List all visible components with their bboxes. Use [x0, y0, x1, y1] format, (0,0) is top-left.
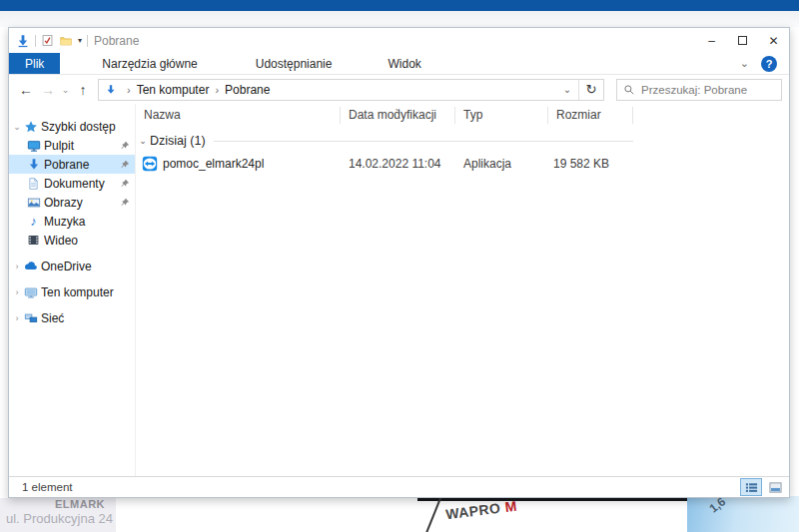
this-pc-icon — [23, 285, 38, 299]
sidebar-item-label: Muzyka — [44, 215, 135, 229]
refresh-icon[interactable]: ↻ — [578, 80, 603, 100]
pin-icon — [117, 160, 133, 170]
maximize-icon — [738, 36, 747, 45]
sidebar-item-label: Wideo — [44, 234, 135, 248]
sidebar-item-pobrane[interactable]: Pobrane — [9, 155, 135, 174]
background-watermark-text: 1,6 — [706, 496, 728, 516]
window-title: Pobrane — [94, 34, 139, 48]
ribbon-tab-bar: Plik Narzędzia główne Udostępnianie Wido… — [9, 53, 789, 75]
sidebar-spacer — [9, 250, 135, 257]
details-view-icon — [744, 481, 759, 494]
chevron-right-icon[interactable]: › — [11, 262, 23, 271]
status-bar: 1 element — [9, 476, 789, 497]
background-strip — [0, 11, 799, 27]
background-wapro-text: WAPRO M — [444, 498, 517, 523]
breadcrumb-ten-komputer[interactable]: Ten komputer — [137, 83, 210, 97]
column-header-rozmiar[interactable]: Rozmiar — [548, 107, 633, 124]
tab-udostepnianie[interactable]: Udostępnianie — [240, 53, 349, 74]
chevron-down-icon[interactable]: ⌄ — [11, 122, 23, 132]
address-bar[interactable]: › Ten komputer › Pobrane ⌄ ↻ — [98, 79, 604, 101]
sidebar-item-label: Dokumenty — [44, 177, 117, 191]
column-header-label: Data modyfikacji — [349, 108, 436, 122]
tab-plik[interactable]: Plik — [9, 53, 60, 74]
forward-button[interactable]: → — [37, 82, 59, 98]
up-button[interactable]: ↑ — [72, 82, 94, 98]
sidebar-section-quick-access[interactable]: ⌄ Szybki dostęp — [9, 117, 135, 136]
group-header-dzisiaj[interactable]: ⌄ Dzisiaj (1) — [136, 132, 633, 150]
tab-widok[interactable]: Widok — [372, 53, 436, 74]
help-icon[interactable]: ? — [761, 56, 777, 72]
file-name-cell[interactable]: pomoc_elmark24pl — [136, 156, 341, 172]
documents-icon — [26, 177, 41, 191]
main-area: ⌄ Szybki dostęp Pulpit Pobrane — [9, 104, 789, 476]
column-header-data-modyfikacji[interactable]: ⌄Data modyfikacji — [341, 107, 455, 124]
breadcrumb-separator: › — [209, 84, 225, 96]
music-icon: ♪ — [26, 215, 41, 228]
location-downloads-icon — [105, 84, 117, 96]
ribbon-collapse-icon[interactable]: ⌄ — [740, 57, 749, 70]
search-icon — [623, 84, 635, 96]
sidebar-spacer — [9, 275, 135, 282]
column-header-typ[interactable]: Typ — [455, 107, 548, 124]
sidebar-item-label: Ten komputer — [41, 285, 135, 299]
qat-separator — [87, 35, 88, 47]
sidebar-item-ten-komputer[interactable]: › Ten komputer — [9, 282, 135, 301]
column-header-nazwa[interactable]: Nazwa — [136, 107, 341, 124]
video-icon — [26, 234, 41, 247]
close-button[interactable]: ✕ — [758, 28, 789, 53]
back-button[interactable]: ← — [15, 82, 37, 98]
window-controls: – ✕ — [696, 28, 789, 53]
background-image-corner: 1,6 — [687, 496, 799, 532]
sidebar-item-siec[interactable]: › Sieć — [9, 308, 135, 327]
background-diagonal-line — [422, 496, 441, 532]
sidebar-item-label: Pulpit — [44, 139, 117, 153]
downloads-icon — [26, 158, 41, 172]
breadcrumb-separator: › — [121, 84, 137, 96]
sidebar-item-wideo[interactable]: Wideo — [9, 231, 135, 250]
sidebar-item-label: Pobrane — [44, 158, 117, 172]
sidebar-item-muzyka[interactable]: ♪ Muzyka — [9, 212, 135, 231]
sidebar-item-dokumenty[interactable]: Dokumenty — [9, 174, 135, 193]
search-input[interactable]: Przeszukaj: Pobrane — [616, 79, 782, 101]
chevron-right-icon[interactable]: › — [11, 287, 23, 297]
chevron-right-icon[interactable]: › — [11, 313, 23, 323]
minimize-button[interactable]: – — [696, 28, 727, 53]
thumbnails-view-icon — [768, 481, 783, 494]
thumbnails-view-button[interactable] — [764, 478, 786, 496]
network-icon — [23, 311, 38, 325]
sidebar-item-onedrive[interactable]: › OneDrive — [9, 257, 135, 275]
details-view-button[interactable] — [740, 478, 762, 496]
tab-narzedzia-glowne[interactable]: Narzędzia główne — [86, 53, 213, 74]
quick-access-star-icon — [23, 120, 38, 134]
sidebar-item-obrazy[interactable]: Obrazy — [9, 193, 135, 212]
qat-customize-dropdown-icon[interactable]: ▾ — [78, 37, 82, 45]
file-type: Aplikacja — [455, 157, 548, 171]
teamviewer-app-icon — [142, 156, 158, 172]
file-name: pomoc_elmark24pl — [163, 157, 264, 171]
group-divider-line — [214, 141, 633, 142]
chevron-down-icon[interactable]: ⌄ — [136, 136, 150, 146]
address-dropdown-icon[interactable]: ⌄ — [556, 80, 578, 100]
group-label: Dzisiaj (1) — [150, 134, 206, 148]
file-explorer-window: ▾ Pobrane – ✕ Plik Narzędzia główne Udos… — [8, 27, 790, 498]
breadcrumb-pobrane[interactable]: Pobrane — [225, 83, 270, 97]
title-bar: ▾ Pobrane – ✕ — [9, 28, 789, 53]
new-folder-icon[interactable] — [59, 34, 73, 47]
file-date-modified: 14.02.2022 11:04 — [341, 157, 455, 171]
ribbon-right-controls: ⌄ ? — [740, 53, 789, 74]
recent-locations-icon[interactable]: ⌄ — [59, 85, 72, 95]
maximize-button[interactable] — [727, 28, 758, 53]
background-elmark-text: ELMARK — [55, 498, 105, 510]
navigation-pane: ⌄ Szybki dostęp Pulpit Pobrane — [9, 104, 136, 476]
properties-icon[interactable] — [41, 34, 54, 47]
file-size: 19 582 KB — [548, 157, 633, 171]
file-list-pane: Nazwa ⌄Data modyfikacji Typ Rozmiar ⌄ Dz… — [136, 104, 789, 476]
desktop-icon — [26, 139, 41, 153]
sidebar-spacer — [9, 301, 135, 308]
downloads-folder-icon — [16, 34, 30, 48]
file-row[interactable]: pomoc_elmark24pl 14.02.2022 11:04 Aplika… — [136, 154, 789, 174]
sidebar-item-label: Szybki dostęp — [41, 120, 135, 134]
sidebar-item-pulpit[interactable]: Pulpit — [9, 136, 135, 155]
onedrive-cloud-icon — [23, 260, 38, 273]
quick-access-toolbar: ▾ — [9, 34, 88, 48]
